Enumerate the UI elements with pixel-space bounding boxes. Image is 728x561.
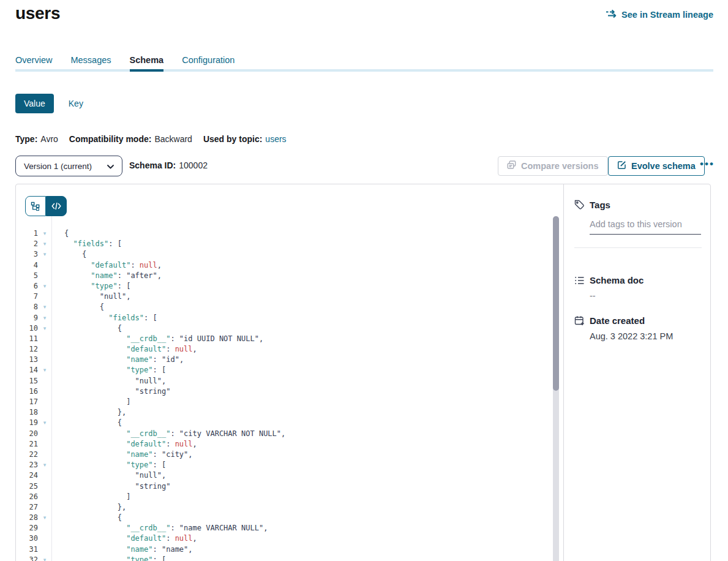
tab-overview[interactable]: Overview <box>15 55 52 67</box>
line-number: 26 <box>16 492 38 502</box>
version-select-value: Version 1 (current) <box>24 162 92 171</box>
schema-doc-heading: Schema doc <box>590 275 644 285</box>
code-text: "string" <box>51 386 170 397</box>
line-number: 6 <box>16 281 38 292</box>
fold-arrow-icon[interactable]: ▾ <box>38 513 51 523</box>
code-text: ] <box>51 492 130 502</box>
fold-arrow-icon[interactable]: ▾ <box>38 228 51 239</box>
line-number: 3 <box>16 249 38 260</box>
code-line: 25 "string" <box>16 481 553 492</box>
see-in-stream-lineage-link[interactable]: See in Stream lineage <box>606 9 713 20</box>
code-line: 32▾ "type": [ <box>16 555 553 561</box>
edit-schema-icon <box>617 160 626 171</box>
code-text: "default": null, <box>51 344 197 355</box>
line-number: 22 <box>16 450 38 460</box>
tab-configuration[interactable]: Configuration <box>182 55 235 67</box>
code-line: 22 "name": "city", <box>16 450 553 460</box>
evolve-schema-button[interactable]: Evolve schema <box>608 156 705 176</box>
fold-arrow-icon[interactable]: ▾ <box>38 418 51 428</box>
fold-spacer <box>38 450 51 460</box>
fold-spacer <box>38 386 51 397</box>
code-line: 12 "default": null, <box>16 344 553 355</box>
code-line: 24 "null", <box>16 470 553 481</box>
calendar-plus-icon <box>574 315 585 326</box>
code-line: 17 ] <box>16 397 553 407</box>
gutter-divider <box>51 216 52 561</box>
meta-type: Type: Avro <box>15 134 58 144</box>
schema-meta-row: Type: Avro Compatibility mode: Backward … <box>15 134 287 144</box>
line-number: 18 <box>16 407 38 418</box>
line-number: 5 <box>16 271 38 281</box>
code-text: "__crdb__": "city VARCHAR NOT NULL", <box>51 429 285 439</box>
code-line: 15 "null", <box>16 376 553 386</box>
schema-details-sidebar: Tags Schema <box>563 184 711 561</box>
fold-spacer <box>38 439 51 450</box>
code-line: 18 }, <box>16 407 553 418</box>
tree-view-icon[interactable] <box>25 196 46 216</box>
code-view-icon[interactable] <box>46 196 67 216</box>
key-toggle-link[interactable]: Key <box>69 99 83 108</box>
fold-arrow-icon[interactable]: ▾ <box>38 365 51 375</box>
line-number: 23 <box>16 460 38 470</box>
code-text: }, <box>51 407 126 418</box>
code-text: { <box>51 302 104 312</box>
compare-versions-button[interactable]: Compare versions <box>498 156 608 176</box>
fold-arrow-icon[interactable]: ▾ <box>38 555 51 561</box>
fold-spacer <box>38 533 51 544</box>
line-number: 30 <box>16 533 38 544</box>
line-number: 24 <box>16 470 38 481</box>
code-text: { <box>51 513 122 523</box>
version-toolbar: Version 1 (current) Schema ID: 100002 Co… <box>15 156 713 176</box>
code-text: "fields": [ <box>51 239 122 249</box>
line-number: 16 <box>16 386 38 397</box>
sidebar-divider <box>574 247 702 248</box>
chevron-down-icon <box>107 162 114 171</box>
fold-spacer <box>38 334 51 344</box>
code-text: ] <box>51 397 130 407</box>
fold-arrow-icon[interactable]: ▾ <box>38 239 51 249</box>
version-select[interactable]: Version 1 (current) <box>15 156 122 176</box>
fold-arrow-icon[interactable]: ▾ <box>38 249 51 260</box>
date-created-value: Aug. 3 2022 3:21 PM <box>590 331 702 341</box>
key-value-toggle: Value Key <box>15 94 83 113</box>
schema-view-toggle <box>25 196 67 216</box>
tab-schema[interactable]: Schema <box>130 55 164 67</box>
more-actions-button[interactable]: ••• <box>700 158 715 170</box>
line-number: 25 <box>16 481 38 492</box>
fold-arrow-icon[interactable]: ▾ <box>38 302 51 312</box>
code-text: { <box>51 418 122 428</box>
topic-link[interactable]: users <box>265 134 286 144</box>
code-line: 19▾ { <box>16 418 553 428</box>
fold-arrow-icon[interactable]: ▾ <box>38 460 51 470</box>
tab-messages[interactable]: Messages <box>70 55 111 67</box>
code-lines: 1▾{2▾ "fields": [3▾ {4 "default": null,5… <box>16 216 553 561</box>
line-number: 12 <box>16 344 38 355</box>
compatibility-label: Compatibility mode: <box>69 134 152 144</box>
tags-body <box>590 219 702 235</box>
line-number: 20 <box>16 429 38 439</box>
schema-panel: 1▾{2▾ "fields": [3▾ {4 "default": null,5… <box>15 184 711 561</box>
code-line: 8▾ { <box>16 302 553 312</box>
code-text: "name": "name", <box>51 544 193 555</box>
line-number: 15 <box>16 376 38 386</box>
code-text: "__crdb__": "id UUID NOT NULL", <box>51 334 263 344</box>
value-toggle-button[interactable]: Value <box>15 94 54 113</box>
add-tags-input[interactable] <box>590 219 701 235</box>
line-number: 8 <box>16 302 38 312</box>
code-line: 30 "default": null, <box>16 533 553 544</box>
editor-scrollbar-thumb[interactable] <box>553 216 559 391</box>
schema-code-editor[interactable]: 1▾{2▾ "fields": [3▾ {4 "default": null,5… <box>16 216 553 561</box>
page-title: users <box>15 4 60 23</box>
fold-arrow-icon[interactable]: ▾ <box>38 281 51 292</box>
fold-arrow-icon[interactable]: ▾ <box>38 313 51 323</box>
code-text: { <box>51 323 122 334</box>
fold-spacer <box>38 271 51 281</box>
line-number: 21 <box>16 439 38 450</box>
code-line: 3▾ { <box>16 249 553 260</box>
fold-spacer <box>38 502 51 513</box>
code-text: "name": "id", <box>51 355 184 365</box>
schema-doc-header: Schema doc <box>574 275 702 285</box>
fold-arrow-icon[interactable]: ▾ <box>38 323 51 334</box>
code-line: 20 "__crdb__": "city VARCHAR NOT NULL", <box>16 429 553 439</box>
editor-scrollbar-track[interactable] <box>553 216 559 561</box>
